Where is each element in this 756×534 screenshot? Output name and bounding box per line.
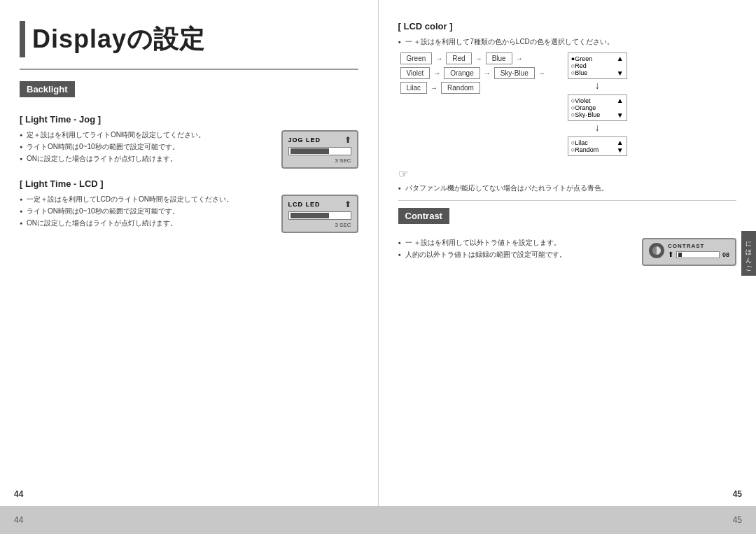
contrast-section-header: Contrast bbox=[398, 208, 449, 224]
lcd-color-bullet: 一 ＋設はを利用して7種類の色からLCDの色を選択してください。 bbox=[398, 37, 737, 47]
contrast-icon bbox=[649, 243, 664, 258]
contrast-content: 一 ＋設はを利用して以外トラ値トを設定します。 人的の以外トラ値トは録録の範囲で… bbox=[398, 238, 737, 266]
tip-icon: ☞ bbox=[398, 167, 408, 181]
bottom-bar: 44 45 bbox=[0, 506, 756, 534]
lcd-color-title: [ LCD color ] bbox=[398, 21, 737, 31]
color-violet: Violet bbox=[400, 67, 430, 79]
lcd-color-section: [ LCD color ] 一 ＋設はを利用して7種類の色からLCDの色を選択し… bbox=[398, 21, 737, 156]
right-page: [ LCD color ] 一 ＋設はを利用して7種類の色からLCDの色を選択し… bbox=[379, 0, 757, 506]
left-page: Displayの設定 Backlight [ Light Time - Jog … bbox=[0, 0, 379, 506]
section-divider bbox=[398, 200, 737, 201]
backlight-section-header: Backlight bbox=[20, 81, 75, 97]
light-time-lcd-section: [ Light Time - LCD ] 一定＋設はを利用してLCDのライトON… bbox=[20, 178, 358, 233]
bottom-right-number: 45 bbox=[733, 515, 742, 525]
bottom-left-number: 44 bbox=[14, 515, 23, 525]
color-selector-1: ●Green ▲ ○Red ○Blue ▼ ↓ bbox=[568, 52, 627, 92]
lcd-bullet-2: ライトON時間は0~10秒の範囲で設定可能です。 bbox=[20, 206, 276, 216]
selector2-option-sky: ○Sky-Blue bbox=[571, 111, 600, 119]
contrast-label: CONTRAST bbox=[668, 243, 729, 249]
light-time-jog-section: [ Light Time - Jog ] 定＋設はを利用してライトON時間を設定… bbox=[20, 114, 358, 169]
arrow-down-1: ↓ bbox=[568, 80, 627, 91]
page-number-right: 45 bbox=[733, 489, 742, 499]
arrow-down-2: ↓ bbox=[568, 122, 627, 133]
jog-bullet-2: ライトON時間は0~10秒の範囲で設定可能です。 bbox=[20, 142, 276, 152]
lcd-time-label: 3 SEC bbox=[335, 222, 351, 228]
jog-bullet-1: 定＋設はを利用してライトON時間を設定してください。 bbox=[20, 130, 276, 140]
jog-led-up-arrow: ⬆ bbox=[344, 135, 351, 145]
selector1-scroll-down: ▼ bbox=[617, 69, 624, 77]
color-blue: Blue bbox=[486, 52, 512, 64]
light-time-jog-title: [ Light Time - Jog ] bbox=[20, 114, 358, 125]
title-bar-decoration bbox=[20, 21, 25, 57]
color-orange: Orange bbox=[444, 67, 479, 79]
selector2-option-orange: ○Orange bbox=[571, 104, 596, 111]
lcd-led-label: LCD LED bbox=[288, 201, 321, 208]
contrast-bullet-1: 一 ＋設はを利用して以外トラ値トを設定します。 bbox=[398, 238, 636, 248]
tip-text: バタファンル機が能応してない場合はパたれライトが点る青色。 bbox=[398, 183, 737, 193]
selector2-option-violet: ○Violet bbox=[571, 97, 591, 104]
contrast-bar-fill bbox=[678, 253, 682, 257]
color-selector-boxes: ●Green ▲ ○Red ○Blue ▼ ↓ bbox=[568, 52, 627, 156]
contrast-label-area: CONTRAST ⬆ 08 bbox=[668, 243, 729, 258]
lcd-bullets-container: 一定＋設はを利用してLCDのライトON時間を設定してください。 ライトON時間は… bbox=[20, 195, 276, 230]
contrast-display: CONTRAST ⬆ 08 bbox=[642, 238, 736, 266]
selector1-option-red: ○Red bbox=[571, 62, 587, 69]
contrast-value: 08 bbox=[722, 251, 729, 258]
color-selector-2: ○Violet ▲ ○Orange ○Sky-Blue ▼ ↓ bbox=[568, 94, 627, 134]
selector2-scroll-down: ▼ bbox=[617, 111, 624, 119]
selector3-option-lilac: ○Lilac bbox=[571, 139, 588, 146]
color-lilac: Lilac bbox=[400, 82, 428, 94]
page-title: Displayの設定 bbox=[32, 22, 205, 57]
lcd-led-display: LCD LED ⬆ 3 SEC bbox=[281, 195, 358, 233]
jog-led-label: JOG LED bbox=[288, 136, 321, 143]
jog-bullet-3: ONに設定した場合はライトが点灯し続けます。 bbox=[20, 154, 276, 164]
light-time-lcd-title: [ Light Time - LCD ] bbox=[20, 178, 358, 189]
color-red: Red bbox=[446, 52, 471, 64]
contrast-bullets: 一 ＋設はを利用して以外トラ値トを設定します。 人的の以外トラ値トは録録の範囲で… bbox=[398, 238, 636, 262]
selector2-scroll: ▲ bbox=[617, 97, 624, 104]
selector3-scroll-down: ▼ bbox=[617, 146, 624, 154]
selector1-option-green: ●Green bbox=[571, 55, 592, 62]
contrast-bar bbox=[676, 251, 720, 258]
color-green: Green bbox=[400, 52, 433, 64]
selector3-option-random: ○Random bbox=[571, 146, 598, 154]
jog-bullets-container: 定＋設はを利用してライトON時間を設定してください。 ライトON時間は0~10秒… bbox=[20, 130, 276, 166]
selector1-option-blue: ○Blue bbox=[571, 69, 587, 77]
contrast-section: Contrast 一 ＋設はを利用して以外トラ値トを設定します。 人的の以外トラ… bbox=[398, 208, 737, 266]
title-underline bbox=[20, 69, 358, 70]
contrast-bullet-2: 人的の以外トラ値トは録録の範囲で設定可能です。 bbox=[398, 250, 636, 260]
page-number-left: 44 bbox=[14, 489, 23, 499]
color-flow-diagram: Green → Red → Blue → Violet → Orange → S… bbox=[398, 52, 547, 156]
color-sky-blue: Sky-Blue bbox=[494, 67, 535, 79]
tip-section: ☞ バタファンル機が能応してない場合はパたれライトが点る青色。 bbox=[398, 167, 737, 193]
page-title-area: Displayの設定 bbox=[20, 21, 358, 57]
selector1-scroll: ▲ bbox=[617, 55, 624, 62]
lcd-bullet-1: 一定＋設はを利用してLCDのライトON時間を設定してください。 bbox=[20, 195, 276, 204]
lcd-bullet-3: ONに設定した場合はライトが点灯し続けます。 bbox=[20, 218, 276, 228]
side-tab-text: にほんご bbox=[746, 237, 752, 270]
color-random: Random bbox=[441, 82, 480, 94]
jog-led-display: JOG LED ⬆ 3 SEC bbox=[281, 130, 358, 169]
color-selector-3: ○Lilac ▲ ○Random ▼ bbox=[568, 136, 627, 156]
lcd-color-layout: Green → Red → Blue → Violet → Orange → S… bbox=[398, 52, 737, 156]
jog-time-label: 3 SEC bbox=[335, 157, 351, 164]
side-tab: にほんご bbox=[741, 231, 756, 276]
lcd-led-up-arrow: ⬆ bbox=[344, 199, 351, 209]
selector3-scroll: ▲ bbox=[617, 139, 624, 146]
contrast-up-arrow: ⬆ bbox=[668, 251, 673, 258]
